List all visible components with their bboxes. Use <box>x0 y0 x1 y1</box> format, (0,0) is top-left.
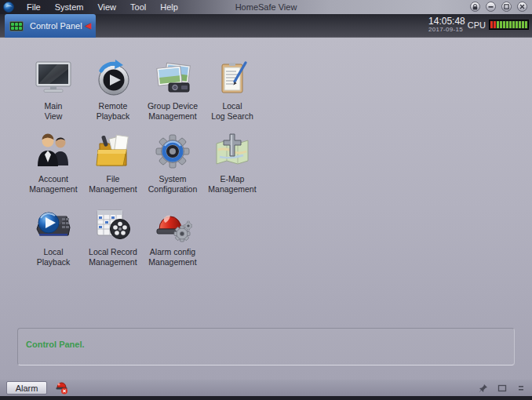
cpu-meter-segment <box>494 21 496 28</box>
e-map-management-icon <box>213 131 252 170</box>
local-record-management-icon <box>93 204 133 243</box>
remote-playback-icon <box>93 58 133 97</box>
title-bar: File System View Tool Help HomeSafe View <box>0 0 532 14</box>
control-panel-item-system-configuration[interactable]: SystemConfiguration <box>143 131 202 204</box>
maximize-button[interactable] <box>501 2 512 12</box>
minimize-button[interactable] <box>486 2 496 12</box>
menu-help[interactable]: Help <box>153 1 185 13</box>
tab-label: Control Panel <box>30 21 83 31</box>
cpu-label: CPU <box>468 20 486 30</box>
control-panel-main: MainView RemotePlayback <box>0 38 532 380</box>
window-bottom-edge <box>0 396 532 400</box>
control-panel-tab-icon <box>9 21 24 31</box>
local-log-search-icon <box>213 58 252 97</box>
restore-window-icon[interactable] <box>497 384 507 393</box>
window-buttons <box>470 2 527 12</box>
cpu-meter-segment <box>522 21 524 28</box>
minimize-icon <box>488 4 494 9</box>
cpu-meter-segment <box>519 21 521 28</box>
info-box: Control Panel. <box>17 328 515 365</box>
account-management-icon <box>34 131 73 170</box>
cpu-meter-segment <box>490 21 493 28</box>
status-bar-right-icons <box>479 380 526 396</box>
control-panel-item-file-management[interactable]: FileManagement <box>83 131 143 204</box>
collapse-panel-icon[interactable] <box>516 384 526 393</box>
cpu-meter-segment <box>500 21 502 28</box>
tab-control-panel[interactable]: Control Panel ◀ <box>5 14 96 38</box>
cpu-meter-segment <box>503 21 505 28</box>
control-panel-item-account-management[interactable]: AccountManagement <box>24 131 83 204</box>
cpu-meter-segment <box>506 21 508 28</box>
control-panel-item-local-record-management[interactable]: Local RecordManagement <box>83 204 143 277</box>
lock-icon <box>472 4 478 10</box>
cpu-meter-segment <box>516 21 518 28</box>
control-panel-grid: MainView RemotePlayback <box>24 58 262 277</box>
cpu-meter <box>489 20 529 30</box>
control-panel-item-alarm-config-management[interactable]: Alarm configManagement <box>143 204 202 277</box>
cpu-meter-segment <box>497 21 499 28</box>
lock-button[interactable] <box>470 2 480 12</box>
info-box-message: Control Panel. <box>26 340 514 349</box>
system-configuration-icon <box>153 131 192 170</box>
alarm-config-management-icon <box>153 204 192 243</box>
tab-bar: Control Panel ◀ 14:05:48 2017-09-15 CPU <box>0 14 532 38</box>
menu-file[interactable]: File <box>20 1 48 13</box>
menu-system[interactable]: System <box>48 1 91 13</box>
clock: 14:05:48 2017-09-15 <box>428 16 465 33</box>
clock-date: 2017-09-15 <box>428 26 463 33</box>
control-panel-item-local-log-search[interactable]: LocalLog Search <box>202 58 262 131</box>
control-panel-item-remote-playback[interactable]: RemotePlayback <box>83 58 143 131</box>
menu-bar: File System View Tool Help <box>20 1 185 13</box>
menu-tool[interactable]: Tool <box>123 1 153 13</box>
item-label: Main <box>45 101 63 111</box>
alarm-muted-icon[interactable] <box>55 381 68 395</box>
cpu-meter-segment <box>525 21 527 28</box>
close-button[interactable] <box>517 2 527 12</box>
control-panel-item-local-playback[interactable]: LocalPlayback <box>24 204 83 277</box>
control-panel-item-main-view[interactable]: MainView <box>24 58 83 131</box>
file-management-icon <box>93 131 133 170</box>
cpu-meter-segment <box>509 21 512 28</box>
cpu-meter-segment <box>512 21 515 28</box>
group-device-management-icon <box>153 58 192 97</box>
homesafe-logo-icon <box>3 2 14 13</box>
clock-cpu-block: 14:05:48 2017-09-15 CPU <box>428 16 529 33</box>
close-icon <box>519 4 525 9</box>
tab-close-arrow-icon[interactable]: ◀ <box>85 22 91 30</box>
menu-view[interactable]: View <box>90 1 123 13</box>
local-playback-icon <box>34 204 73 243</box>
pin-icon[interactable] <box>479 384 488 393</box>
control-panel-item-e-map-management[interactable]: E-MapManagement <box>202 131 262 204</box>
main-view-icon <box>34 58 73 97</box>
alarm-button[interactable]: Alarm <box>6 381 47 395</box>
status-bar: Alarm <box>0 380 532 396</box>
control-panel-item-group-device-management[interactable]: Group DeviceManagement <box>143 58 202 131</box>
clock-time: 14:05:48 <box>428 16 465 26</box>
maximize-icon <box>504 4 509 9</box>
